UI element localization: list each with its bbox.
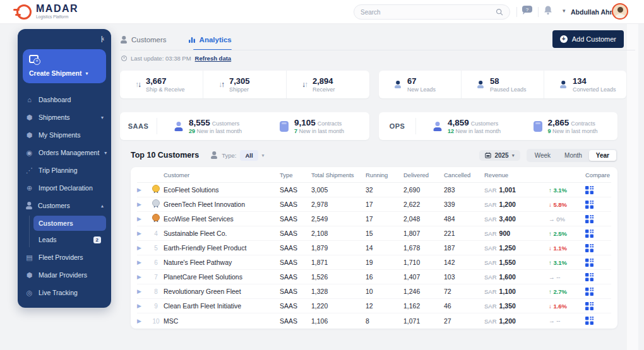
- tab-analytics[interactable]: Analytics: [188, 30, 232, 49]
- chevron-down-icon: ▾: [101, 115, 104, 120]
- revenue: SAR1,200: [484, 201, 549, 208]
- row-expand-chevron-icon[interactable]: ▶: [137, 259, 148, 265]
- table-title: Top 10 Customers: [131, 151, 199, 160]
- rank-number: 10: [152, 318, 159, 325]
- segment-stat-contracts: 9,105Contracts 7 New in last month: [263, 118, 369, 134]
- trend-flat: → 0%: [549, 216, 585, 223]
- orders-management-icon: ◉: [25, 149, 33, 157]
- chevron-down-icon: ▾: [104, 150, 107, 156]
- period-option-week[interactable]: Week: [528, 150, 558, 161]
- period-option-month[interactable]: Month: [558, 150, 589, 161]
- compare-grid-icon[interactable]: [585, 215, 611, 223]
- create-shipment-button[interactable]: Create Shipment ▾: [23, 49, 106, 83]
- revenue: SAR1,250: [484, 244, 549, 252]
- cancelled: 46: [444, 302, 484, 310]
- row-expand-chevron-icon[interactable]: ▶: [137, 216, 148, 222]
- type-filter-value[interactable]: All: [240, 150, 258, 161]
- running: 12: [366, 302, 403, 310]
- sidebar-item-dashboard[interactable]: ⌂Dashboard: [23, 91, 106, 108]
- compare-grid-icon[interactable]: [585, 230, 611, 238]
- user-avatar[interactable]: [612, 3, 628, 20]
- compare-grid-icon[interactable]: [585, 259, 611, 267]
- table-row-sustainable-fleet-co[interactable]: ▶4Sustainable Fleet Co.SAAS2,108151,8072…: [137, 226, 611, 241]
- new-leads-icon: [394, 81, 402, 88]
- row-expand-chevron-icon[interactable]: ▶: [137, 245, 148, 251]
- row-expand-chevron-icon[interactable]: ▶: [137, 187, 148, 193]
- trend-flat: → --: [549, 274, 585, 281]
- customers-icon: [25, 202, 33, 209]
- plus-icon: +: [560, 35, 568, 43]
- logo[interactable]: MADAR Logistics Platform: [16, 4, 78, 20]
- table-row-msc[interactable]: ▶10MSCSAAS1,10681,07127SAR1,200→ --: [137, 313, 611, 328]
- revenue: SAR3,400: [484, 215, 549, 223]
- compare-grid-icon[interactable]: [585, 273, 611, 281]
- notification-bell-icon[interactable]: [543, 5, 553, 18]
- tab-customers[interactable]: Customers: [120, 30, 167, 49]
- sidebar-item-fleet-providers[interactable]: ▤Fleet Providers: [23, 248, 106, 266]
- table-row-nature-s-fleet-pathway[interactable]: ▶6Nature's Fleet PathwaySAAS1,871191,710…: [137, 255, 611, 270]
- revenue: SAR1,001: [484, 186, 549, 194]
- sidebar-item-import-declaration[interactable]: ⊕Import Declaration: [23, 179, 106, 197]
- fleet-providers-icon: ▤: [25, 254, 33, 262]
- table-row-planetcare-fleet-solutions[interactable]: ▶7PlanetCare Fleet SolutionsSAAS1,526161…: [137, 270, 611, 284]
- revenue: SAR900: [484, 230, 549, 237]
- compare-grid-icon[interactable]: [585, 302, 611, 310]
- compare-grid-icon[interactable]: [585, 288, 611, 296]
- receiver-icon: ↓↑: [302, 80, 307, 89]
- table-row-clean-earth-fleet-initiative[interactable]: ▶9Clean Earth Fleet InitiativeSAAS1,2201…: [137, 299, 611, 313]
- table-row-ecofleet-solutions[interactable]: ▶EcoFleet SolutionsSAAS3,005322,690283SA…: [137, 183, 611, 197]
- customer-type: SAAS: [280, 317, 311, 325]
- add-customer-button[interactable]: + Add Customer: [552, 30, 624, 48]
- compare-grid-icon[interactable]: [585, 186, 611, 194]
- sidebar-item-trip-planning[interactable]: ⋰Trip Planning: [23, 161, 106, 179]
- compare-grid-icon[interactable]: [585, 317, 611, 325]
- table-row-revolutionary-green-fleet[interactable]: ▶8Revolutionary Green FleetSAAS1,328101,…: [137, 284, 611, 299]
- customer-name: Sustainable Fleet Co.: [164, 230, 280, 237]
- row-expand-chevron-icon[interactable]: ▶: [137, 274, 148, 280]
- row-expand-chevron-icon[interactable]: ▶: [137, 288, 148, 295]
- search-box[interactable]: [354, 4, 510, 20]
- search-input[interactable]: [361, 9, 496, 16]
- running: 10: [366, 288, 403, 295]
- sidebar-item-orders-management[interactable]: ◉Orders Management▾: [23, 144, 106, 161]
- type-filter-chevron-down-icon[interactable]: ▾: [262, 153, 265, 158]
- customer-type: SAAS: [280, 186, 311, 194]
- column-header-compare: Compare: [585, 172, 611, 178]
- sidebar-item-my-shipments[interactable]: ⬢My Shipments: [23, 126, 106, 144]
- main-canvas: |‹ Create Shipment ▾ ⌂Dashboard⬢Shipment…: [0, 24, 644, 350]
- sidebar-item-shipments[interactable]: ⬢Shipments▾: [23, 108, 106, 126]
- table-row-greentech-fleet-innovation[interactable]: ▶GreenTech Fleet InnovationSAAS2,978172,…: [137, 197, 611, 212]
- row-expand-chevron-icon[interactable]: ▶: [137, 230, 148, 236]
- row-expand-chevron-icon[interactable]: ▶: [137, 201, 148, 207]
- row-expand-chevron-icon[interactable]: ▶: [137, 303, 148, 309]
- sidebar-item-customers[interactable]: Customers▴: [23, 197, 106, 214]
- trend-down: ↓ 1.1%: [549, 245, 585, 252]
- sidebar-collapse-icon[interactable]: |‹: [101, 35, 104, 42]
- user-menu-chevron-down-icon[interactable]: ▾: [563, 8, 566, 14]
- saas-segment-card: SAAS 8,555Customers 29 New in last month…: [120, 112, 369, 140]
- compare-grid-icon[interactable]: [585, 201, 611, 209]
- chat-help-icon[interactable]: ?: [522, 5, 533, 18]
- sidebar-subitem-leads[interactable]: Leads2: [33, 232, 106, 247]
- year-filter[interactable]: 2025 ▾: [479, 150, 520, 161]
- row-expand-chevron-icon[interactable]: ▶: [137, 318, 148, 324]
- column-header-running: Running: [366, 172, 403, 178]
- period-option-year[interactable]: Year: [589, 150, 616, 161]
- running: 32: [366, 186, 403, 194]
- column-header-type: Type: [280, 172, 311, 178]
- search-icon: [496, 8, 503, 16]
- customer-name: GreenTech Fleet Innovation: [164, 201, 280, 208]
- sidebar: |‹ Create Shipment ▾ ⌂Dashboard⬢Shipment…: [18, 29, 111, 308]
- column-header-customer: Customer: [164, 172, 280, 178]
- cancelled: 484: [444, 215, 484, 223]
- shipments-icon: ⬢: [25, 114, 33, 122]
- sidebar-subitem-customers[interactable]: Customers: [33, 216, 106, 231]
- running: 16: [366, 273, 403, 281]
- table-row-ecowise-fleet-services[interactable]: ▶EcoWise Fleet ServicesSAAS2,549172,0484…: [137, 212, 611, 226]
- refresh-data-link[interactable]: Refresh data: [195, 55, 232, 62]
- sidebar-item-live-tracking[interactable]: ◎Live Tracking: [23, 284, 106, 301]
- chevron-up-icon: ▴: [101, 203, 104, 209]
- compare-grid-icon[interactable]: [585, 244, 611, 252]
- sidebar-item-madar-providers[interactable]: ⬢Madar Providers: [23, 266, 106, 284]
- table-row-earth-friendly-fleet-product[interactable]: ▶5Earth-Friendly Fleet ProductSAAS1,8791…: [137, 241, 611, 255]
